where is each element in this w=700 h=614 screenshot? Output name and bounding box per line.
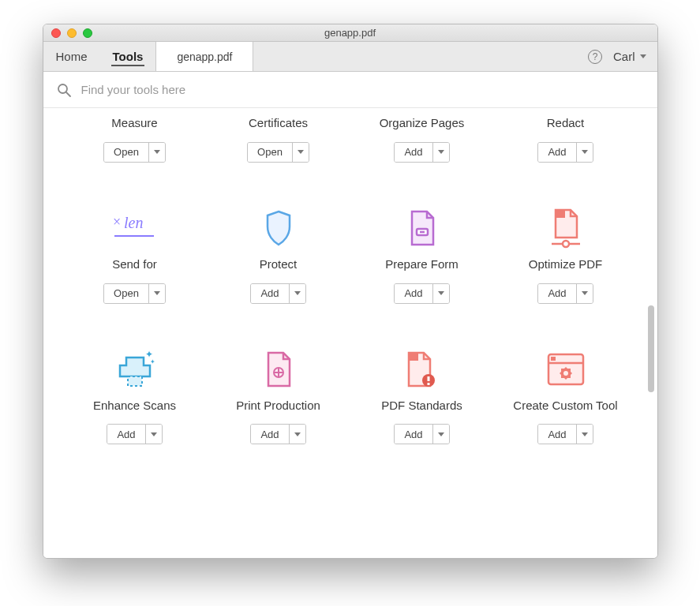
chevron-down-icon [151,432,157,436]
tool-pdf-standards: PDF StandardsAdd [354,348,490,445]
tool-action-button[interactable]: Add [395,143,432,162]
print-icon [263,348,294,391]
top-toolbar: Home Tools genapp.pdf ? Carl [43,42,657,72]
help-icon[interactable]: ? [588,50,602,64]
tool-label: Prepare Form [385,257,459,272]
tool-action-button[interactable]: Add [251,425,289,444]
tool-protect: ProtectAdd [211,207,346,304]
search-icon [56,82,72,98]
tool-action-dropdown[interactable] [577,143,593,162]
tool-action-group: Add [537,283,593,304]
nav-tools[interactable]: Tools [100,42,156,71]
tool-action-group: Add [107,424,162,444]
search-bar [43,72,657,108]
svg-rect-22 [551,357,556,361]
tool-label: Redact [547,116,585,131]
scan-icon: ✦✦ [114,348,156,391]
tool-action-dropdown[interactable] [577,425,593,444]
scrollbar[interactable] [645,108,656,558]
tool-redact: RedactAdd [498,116,634,163]
svg-line-1 [66,92,70,96]
tool-label: PDF Standards [381,399,462,414]
document-tab[interactable]: genapp.pdf [155,42,253,71]
tool-action-button[interactable]: Add [538,425,576,444]
tool-enhance-scans: ✦✦Enhance ScansAdd [67,348,203,445]
svg-point-23 [563,371,568,376]
svg-rect-7 [556,210,565,218]
svg-rect-10 [128,376,142,386]
tool-action-group: Add [537,142,593,163]
tool-action-group: Add [250,283,305,304]
shield-icon [263,207,294,249]
tool-action-button[interactable]: Open [248,143,293,162]
title-bar: genapp.pdf [43,24,657,42]
tool-action-button[interactable]: Add [395,425,432,444]
tool-action-button[interactable]: Add [251,284,289,303]
chevron-down-icon [294,432,301,436]
tool-action-dropdown[interactable] [577,284,593,303]
tool-create-custom-tool: Create Custom ToolAdd [498,348,634,445]
chevron-down-icon [582,432,588,436]
tools-panel: MeasureOpenCertificatesOpenOrganize Page… [43,108,657,558]
tool-action-dropdown[interactable] [433,425,449,444]
tool-label: Enhance Scans [93,399,176,414]
svg-text:×: × [113,214,121,230]
scrollbar-thumb[interactable] [648,305,654,392]
chevron-down-icon [582,150,588,154]
nav-home[interactable]: Home [43,42,100,71]
tool-action-button[interactable]: Add [395,284,432,303]
svg-point-9 [563,241,569,247]
tool-action-group: Add [250,424,305,444]
chevron-down-icon [154,150,160,154]
tool-action-dropdown[interactable] [293,143,309,162]
tool-action-dropdown[interactable] [146,425,162,444]
svg-rect-18 [427,376,429,381]
tool-action-dropdown[interactable] [290,425,305,444]
tool-action-button[interactable]: Add [107,425,145,444]
tool-action-group: Add [394,283,449,304]
chevron-down-icon [438,150,444,154]
tool-action-group: Open [103,142,166,163]
chevron-down-icon [438,291,444,295]
tool-action-dropdown[interactable] [149,284,165,303]
tool-label: Organize Pages [380,116,465,131]
tool-label: Send for [112,257,157,272]
chevron-down-icon [582,291,588,295]
user-name: Carl [613,50,635,63]
tool-send-for: ×lenSend forOpen [67,207,203,304]
sign-icon: ×len [113,207,157,249]
tool-action-dropdown[interactable] [433,143,449,162]
tool-action-dropdown[interactable] [149,143,165,162]
svg-rect-19 [427,383,429,385]
tool-action-group: Open [247,142,309,163]
chevron-down-icon [154,291,160,295]
custom-icon [546,348,586,391]
tool-organize-pages: Organize PagesAdd [354,116,490,163]
tool-label: Create Custom Tool [513,399,617,414]
tool-label: Protect [260,257,298,272]
tool-measure: MeasureOpen [67,116,203,163]
optimize-icon [547,207,585,249]
tool-label: Certificates [249,116,308,131]
tool-action-button[interactable]: Add [538,143,576,162]
tool-action-dropdown[interactable] [290,284,305,303]
search-input[interactable] [81,83,645,96]
tool-action-button[interactable]: Open [104,284,149,303]
chevron-down-icon [640,54,646,58]
tool-label: Measure [111,116,157,131]
chevron-down-icon [438,432,444,436]
tool-label: Optimize PDF [529,257,602,272]
tool-action-button[interactable]: Add [538,284,576,303]
user-menu[interactable]: Carl [613,50,646,63]
window-title: genapp.pdf [43,27,657,39]
standards-icon [405,348,440,391]
svg-rect-16 [409,353,418,361]
tool-action-dropdown[interactable] [433,284,449,303]
tool-action-group: Open [103,283,166,304]
tool-action-group: Add [394,424,449,444]
tool-label: Print Production [236,399,320,414]
form-icon [406,207,438,249]
svg-point-0 [58,84,67,93]
tool-action-button[interactable]: Open [104,143,149,162]
tool-action-group: Add [537,424,593,444]
